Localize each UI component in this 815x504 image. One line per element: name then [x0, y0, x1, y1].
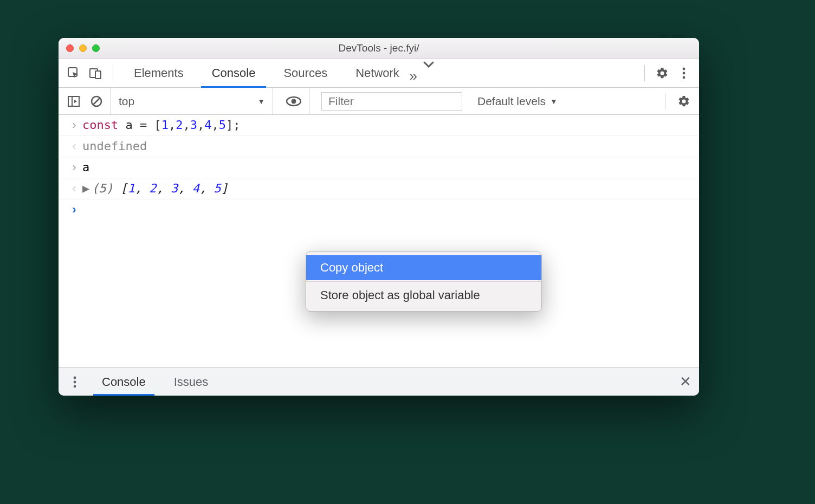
levels-label: Default levels [477, 95, 546, 108]
log-levels-selector[interactable]: Default levels ▼ [477, 95, 558, 108]
drawer-tab-console[interactable]: Console [92, 368, 156, 396]
menu-item-copy-object[interactable]: Copy object [306, 255, 541, 280]
filter-input[interactable] [321, 92, 462, 111]
dropdown-triangle-icon: ▼ [257, 97, 265, 106]
svg-point-13 [74, 376, 76, 379]
svg-point-12 [292, 99, 296, 104]
titlebar: DevTools - jec.fyi/ [59, 38, 699, 59]
console-prompt-line[interactable]: › [59, 199, 699, 220]
svg-point-4 [683, 72, 685, 74]
console-input-line: › const a = [1,2,3,4,5]; [59, 115, 699, 136]
main-tab-row: Elements Console Sources Network » [59, 59, 699, 88]
code-text[interactable]: a [82, 160, 89, 174]
svg-rect-6 [68, 96, 79, 106]
svg-point-3 [683, 67, 685, 70]
console-output-line: ‹ undefined [59, 136, 699, 157]
window-title: DevTools - jec.fyi/ [59, 42, 699, 54]
execution-context-selector[interactable]: top ▼ [111, 88, 273, 114]
svg-point-14 [74, 380, 76, 383]
prompt-chevron-icon: › [66, 203, 82, 217]
tab-console[interactable]: Console [200, 59, 268, 87]
context-menu: Copy object Store object as global varia… [306, 251, 542, 312]
menu-separator [306, 281, 541, 282]
svg-rect-2 [95, 71, 101, 79]
console-toolbar: top ▼ Default levels ▼ [59, 88, 699, 115]
input-chevron-icon: › [66, 118, 82, 132]
more-tabs-button[interactable]: » [416, 59, 442, 87]
console-output-line: ‹ ▶(5) [1, 2, 3, 4, 5] [59, 178, 699, 199]
array-result[interactable]: ▶(5) [1, 2, 3, 4, 5] [82, 182, 228, 195]
expand-triangle-icon[interactable]: ▶ [82, 182, 89, 195]
dropdown-triangle-icon: ▼ [550, 97, 558, 106]
devtools-window: DevTools - jec.fyi/ Elements Console Sou… [59, 38, 699, 396]
sidebar-toggle-icon[interactable] [65, 93, 82, 110]
context-label: top [119, 95, 134, 108]
device-toolbar-icon[interactable] [87, 64, 104, 82]
divider [644, 65, 645, 81]
input-chevron-icon: › [66, 160, 82, 175]
svg-point-5 [683, 76, 685, 79]
inspect-element-icon[interactable] [65, 64, 82, 82]
drawer-tab-issues[interactable]: Issues [164, 368, 218, 396]
output-chevron-icon: ‹ [66, 139, 82, 153]
tab-network[interactable]: Network [344, 59, 411, 87]
console-settings-icon[interactable] [675, 93, 693, 110]
undefined-result[interactable]: undefined [82, 139, 147, 153]
svg-line-10 [93, 98, 100, 105]
tab-sources[interactable]: Sources [271, 59, 339, 87]
settings-icon[interactable] [654, 64, 671, 82]
output-chevron-icon: ‹ [66, 182, 82, 196]
console-output: › const a = [1,2,3,4,5]; ‹ undefined › a… [59, 115, 699, 367]
code-text[interactable]: const a = [1,2,3,4,5]; [82, 118, 240, 132]
menu-item-store-global[interactable]: Store object as global variable [306, 283, 541, 308]
live-expression-icon[interactable] [279, 88, 309, 114]
clear-console-icon[interactable] [88, 93, 105, 110]
drawer-close-icon[interactable]: ✕ [680, 373, 691, 390]
svg-marker-8 [74, 100, 77, 103]
console-input-line: › a [59, 157, 699, 178]
drawer: Console Issues ✕ [59, 367, 699, 396]
kebab-menu-icon[interactable] [675, 64, 693, 82]
tab-elements[interactable]: Elements [122, 59, 196, 87]
divider [113, 65, 113, 81]
drawer-kebab-icon[interactable] [66, 373, 83, 391]
svg-point-15 [74, 385, 76, 387]
divider [665, 93, 665, 109]
